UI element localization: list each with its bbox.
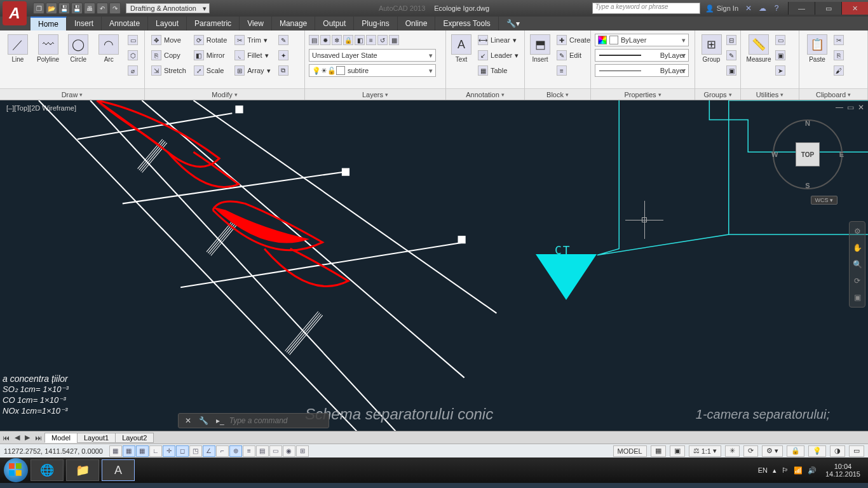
- nav-orbit-icon[interactable]: ⟳: [851, 275, 863, 287]
- command-line[interactable]: ✕ 🔧 ▸_: [178, 413, 329, 428]
- sb-3dosnap[interactable]: ◳: [189, 445, 202, 457]
- sb-clean-screen-icon[interactable]: ▭: [849, 445, 864, 457]
- color-dropdown[interactable]: ByLayer: [595, 34, 689, 46]
- stayconnected-icon[interactable]: ☁: [757, 3, 768, 13]
- sb-tpy[interactable]: ▤: [256, 445, 269, 457]
- qat-open-icon[interactable]: 📂: [46, 3, 57, 14]
- maximize-button[interactable]: ▭: [815, 2, 841, 15]
- viewcube-top-face[interactable]: TOP: [796, 142, 820, 166]
- layout-tab-model[interactable]: Model: [44, 433, 78, 443]
- ungroup-button[interactable]: ⊟: [726, 33, 736, 47]
- sign-in-button[interactable]: 👤 Sign In: [705, 4, 738, 13]
- layout-next-icon[interactable]: ▶: [22, 433, 32, 442]
- util-2[interactable]: ▣: [775, 48, 785, 62]
- group-button[interactable]: ⊞Group: [699, 33, 724, 64]
- edit-block-button[interactable]: ✎Edit: [554, 48, 593, 62]
- layer-state-dropdown[interactable]: Unsaved Layer State: [309, 49, 436, 62]
- app-icon[interactable]: A: [3, 1, 27, 25]
- circle-button[interactable]: ◯Circle: [65, 33, 93, 64]
- line-button[interactable]: ／Line: [4, 33, 32, 64]
- draw-extra-2[interactable]: ⬡: [125, 48, 140, 62]
- layer-walk-icon[interactable]: ▦: [389, 35, 399, 45]
- text-button[interactable]: AText: [450, 33, 473, 64]
- offset-button[interactable]: ⧉: [276, 64, 291, 78]
- task-chrome[interactable]: 🌐: [31, 459, 64, 481]
- nav-zoom-icon[interactable]: 🔍: [851, 259, 863, 270]
- viewcube-w[interactable]: W: [771, 151, 778, 158]
- sb-quickview-icon[interactable]: ▣: [670, 445, 685, 457]
- layout-last-icon[interactable]: ⏭: [32, 434, 44, 442]
- sb-isolate-icon[interactable]: ◑: [830, 445, 845, 457]
- sb-grid[interactable]: ▦: [136, 445, 149, 457]
- tab-view[interactable]: View: [240, 17, 272, 30]
- tray-volume-icon[interactable]: 🔊: [808, 466, 817, 475]
- layer-prev-icon[interactable]: ↺: [377, 35, 388, 45]
- polyline-button[interactable]: 〰Polyline: [34, 33, 62, 64]
- panel-block-title[interactable]: Block: [525, 88, 590, 100]
- table-button[interactable]: ▦Table: [475, 64, 521, 78]
- tab-online[interactable]: Online: [398, 17, 436, 30]
- sb-toolbar-lock-icon[interactable]: 🔒: [787, 445, 804, 457]
- tab-plugins[interactable]: Plug-ins: [354, 17, 397, 30]
- tray-clock[interactable]: 10:04 14.12.2015: [822, 463, 864, 478]
- explode-button[interactable]: ✦: [276, 48, 291, 62]
- trim-button[interactable]: ✂Trim ▾: [232, 33, 273, 47]
- sb-lwt[interactable]: ≡: [243, 445, 255, 457]
- layout-first-icon[interactable]: ⏮: [0, 434, 12, 442]
- layer-prop-icon[interactable]: ▤: [309, 35, 319, 45]
- nav-fullnav-icon[interactable]: ⚙: [851, 226, 863, 237]
- panel-layers-title[interactable]: Layers: [305, 88, 445, 100]
- panel-draw-title[interactable]: Draw: [0, 88, 144, 100]
- sb-snap[interactable]: ▦: [123, 445, 135, 457]
- rotate-button[interactable]: ⟳Rotate: [191, 33, 229, 47]
- tab-output[interactable]: Output: [315, 17, 354, 30]
- cmd-close-icon[interactable]: ✕: [182, 416, 194, 425]
- panel-properties-title[interactable]: Properties: [591, 88, 695, 100]
- panel-groups-title[interactable]: Groups: [695, 88, 740, 100]
- sb-ortho[interactable]: ∟: [149, 445, 162, 457]
- layout-tab-layout1[interactable]: Layout1: [77, 433, 116, 443]
- help-icon[interactable]: ?: [771, 3, 782, 13]
- sb-osnap[interactable]: ◻: [176, 445, 189, 457]
- sb-ducs[interactable]: ⌐: [216, 445, 229, 457]
- matchprop-button[interactable]: 🖌: [834, 64, 844, 78]
- sb-grid-toggle[interactable]: ▦: [651, 445, 666, 457]
- arc-button[interactable]: ◠Arc: [95, 33, 123, 64]
- close-button[interactable]: ✕: [841, 2, 868, 15]
- layer-off-icon[interactable]: ✹: [320, 35, 330, 45]
- viewcube-n[interactable]: N: [805, 119, 810, 127]
- tray-lang[interactable]: EN: [758, 466, 768, 474]
- sb-sc[interactable]: ◉: [283, 445, 295, 457]
- sb-infer[interactable]: ▦: [109, 445, 122, 457]
- stretch-button[interactable]: ⇲Stretch: [149, 64, 189, 78]
- panel-modify-title[interactable]: Modify: [145, 88, 304, 100]
- tab-manage[interactable]: Manage: [272, 17, 315, 30]
- infocenter-search[interactable]: Type a keyword or phrase: [592, 3, 700, 14]
- start-button[interactable]: [4, 458, 28, 482]
- layer-lock-icon[interactable]: 🔒: [343, 35, 353, 45]
- sb-annovis-icon[interactable]: ✳: [725, 445, 740, 457]
- util-3[interactable]: ➤: [775, 64, 785, 78]
- draw-extra-3[interactable]: ⌀: [125, 64, 140, 78]
- lineweight-dropdown[interactable]: ByLayer: [595, 49, 689, 62]
- tray-flag-icon[interactable]: 🏳: [782, 466, 789, 474]
- sb-model-space[interactable]: MODEL: [613, 445, 647, 457]
- tab-parametric[interactable]: Parametric: [187, 17, 240, 30]
- nav-pan-icon[interactable]: ✋: [851, 242, 863, 254]
- copy-clip-button[interactable]: ⎘: [834, 48, 844, 62]
- qat-saveas-icon[interactable]: 💾: [71, 3, 83, 14]
- model-space[interactable]: [–][Top][2D Wireframe] — ▭ ✕: [0, 100, 868, 431]
- tab-expresstools[interactable]: Express Tools: [435, 17, 498, 30]
- task-autocad[interactable]: A: [102, 459, 135, 481]
- qat-plot-icon[interactable]: 🖶: [84, 3, 95, 14]
- qat-undo-icon[interactable]: ↶: [97, 3, 108, 14]
- util-1[interactable]: ▭: [775, 33, 785, 47]
- layer-current-dropdown[interactable]: 💡☀🔓 subtire: [309, 64, 436, 77]
- workspace-dropdown[interactable]: Drafting & Annotation: [126, 3, 210, 13]
- wcs-dropdown[interactable]: WCS ▾: [811, 196, 838, 205]
- tab-home[interactable]: Home: [31, 17, 67, 30]
- cmd-config-icon[interactable]: 🔧: [196, 416, 211, 425]
- exchange-icon[interactable]: ✕: [743, 3, 754, 13]
- edit-attr-button[interactable]: ≡: [554, 64, 593, 78]
- layout-tab-layout2[interactable]: Layout2: [115, 433, 154, 443]
